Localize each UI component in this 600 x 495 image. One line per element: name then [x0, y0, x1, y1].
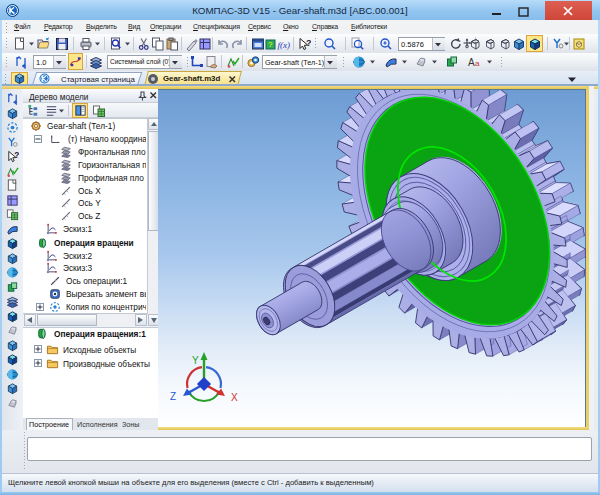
- svg-text:?: ?: [14, 150, 19, 160]
- svg-text:f(x): f(x): [278, 40, 291, 50]
- svg-text:?: ?: [268, 40, 273, 49]
- svg-text:A: A: [468, 57, 475, 68]
- svg-text:Y: Y: [192, 355, 199, 366]
- svg-text:?: ?: [306, 38, 311, 48]
- svg-text:Z: Z: [170, 391, 176, 402]
- svg-text:a: a: [475, 59, 480, 68]
- svg-text:X: X: [231, 392, 238, 403]
